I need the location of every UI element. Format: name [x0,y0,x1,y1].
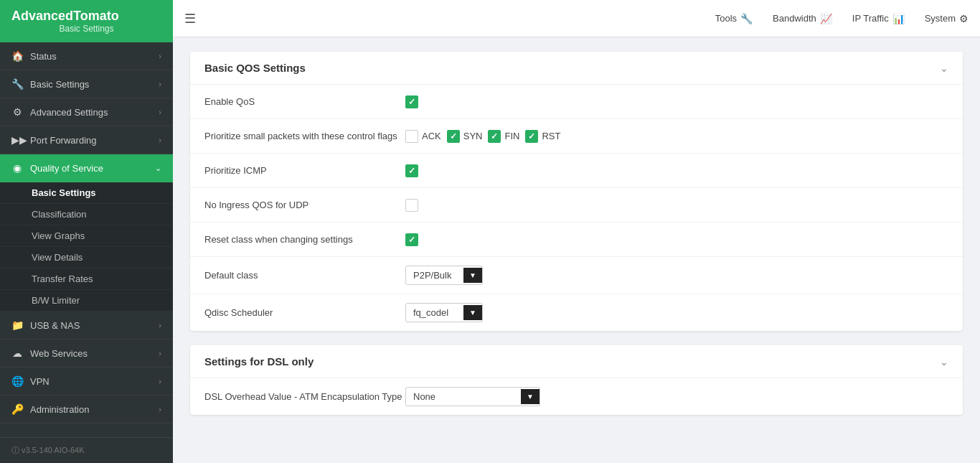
default-class-row: Default class P2P/Bulk ▼ [190,257,963,294]
dsl-overhead-select[interactable]: None ▼ [405,387,540,406]
sidebar-item-port-forwarding[interactable]: ▶▶ Port Forwarding › [0,126,173,154]
sidebar-label-port-forwarding: Port Forwarding [30,135,96,146]
prioritize-icmp-row: Prioritize ICMP [190,154,963,188]
prioritize-icmp-checkbox[interactable] [405,164,418,177]
hamburger-icon[interactable]: ☰ [184,11,196,27]
ip-traffic-link[interactable]: IP Traffic 📊 [852,13,905,24]
dsl-overhead-row: DSL Overhead Value - ATM Encapsulation T… [190,378,963,415]
no-ingress-qos-checkbox[interactable] [405,199,418,212]
enable-qos-row: Enable QoS [190,85,963,119]
dsl-overhead-control: None ▼ [405,387,540,406]
qdisc-scheduler-row: Qdisc Scheduler fq_codel ▼ [190,294,963,331]
no-ingress-qos-control [405,199,418,212]
qos-sub-view-details[interactable]: View Details [0,247,173,268]
chevron-icon: › [159,321,161,329]
chevron-icon: › [159,108,161,116]
fin-checkbox[interactable] [488,130,501,143]
sidebar-label-usb-nas: USB & NAS [30,320,80,331]
basic-qos-card-header[interactable]: Basic QOS Settings ⌄ [190,52,963,85]
fin-wrap: FIN [488,130,519,143]
dsl-settings-card-header[interactable]: Settings for DSL only ⌄ [190,345,963,378]
bandwidth-label: Bandwidth [773,13,816,24]
topbar: ☰ Tools 🔧 Bandwidth 📈 IP Traffic 📊 Syste… [173,0,980,37]
usb-nas-icon: 📁 [11,319,23,331]
sidebar-item-basic-settings[interactable]: 🔧 Basic Settings › [0,70,173,98]
rst-checkbox[interactable] [525,130,538,143]
sidebar-label-qos: Quality of Service [30,163,103,174]
sidebar-item-web-services[interactable]: ☁ Web Services › [0,340,173,368]
system-link[interactable]: System ⚙ [925,13,969,24]
bandwidth-link[interactable]: Bandwidth 📈 [773,13,832,24]
vpn-icon: 🌐 [11,375,23,387]
reset-class-control [405,233,418,246]
system-label: System [925,13,956,24]
sidebar-item-usb-nas[interactable]: 📁 USB & NAS › [0,312,173,340]
qdisc-scheduler-select[interactable]: fq_codel ▼ [405,303,483,322]
no-ingress-qos-label: No Ingress QOS for UDP [204,200,405,210]
ack-label: ACK [422,131,441,141]
default-class-label: Default class [204,270,405,281]
qdisc-scheduler-label: Qdisc Scheduler [204,307,405,318]
tools-link[interactable]: Tools 🔧 [715,13,753,24]
prioritize-small-packets-row: Prioritize small packets with these cont… [190,119,963,154]
qos-sub-basic-settings[interactable]: Basic Settings [0,182,173,204]
dsl-settings-card: Settings for DSL only ⌄ DSL Overhead Val… [190,345,963,415]
app-subtitle: Basic Settings [11,24,161,34]
bandwidth-icon: 📈 [820,13,832,24]
qos-sub-transfer-rates[interactable]: Transfer Rates [0,268,173,290]
sidebar-item-advanced-settings[interactable]: ⚙ Advanced Settings › [0,98,173,126]
dsl-settings-title: Settings for DSL only [204,355,314,368]
default-class-control: P2P/Bulk ▼ [405,266,483,285]
default-class-select[interactable]: P2P/Bulk ▼ [405,266,483,285]
chevron-icon: › [159,52,161,60]
qos-sub-bw-limiter[interactable]: B/W Limiter [0,290,173,312]
sidebar-label-web-services: Web Services [30,348,88,359]
sidebar-item-status[interactable]: 🏠 Status › [0,42,173,70]
reset-class-row: Reset class when changing settings [190,223,963,257]
ack-checkbox[interactable] [405,130,418,143]
rst-label: RST [542,131,560,141]
qos-icon: ◉ [11,162,23,174]
chevron-down-icon: ⌄ [155,164,161,173]
no-ingress-qos-row: No Ingress QOS for UDP [190,188,963,223]
qdisc-scheduler-control: fq_codel ▼ [405,303,483,322]
qos-sub-view-graphs[interactable]: View Graphs [0,225,173,247]
web-services-icon: ☁ [11,347,23,359]
reset-class-label: Reset class when changing settings [204,234,405,245]
basic-qos-title: Basic QOS Settings [204,62,306,74]
advanced-settings-icon: ⚙ [11,106,23,118]
dsl-overhead-value: None [406,388,521,406]
topbar-right: Tools 🔧 Bandwidth 📈 IP Traffic 📊 System … [715,13,969,24]
sidebar-header: AdvancedTomato Basic Settings [0,0,173,42]
app-name: AdvancedTomato [11,9,161,24]
main-area: ☰ Tools 🔧 Bandwidth 📈 IP Traffic 📊 Syste… [173,0,980,463]
sidebar-label-advanced-settings: Advanced Settings [30,107,108,118]
sidebar: AdvancedTomato Basic Settings 🏠 Status ›… [0,0,173,463]
dsl-overhead-dropdown-btn[interactable]: ▼ [521,389,540,404]
fin-label: FIN [504,131,519,141]
sidebar-footer: ⓘ v3.5-140 AIO-64K [0,437,173,463]
prioritize-icmp-label: Prioritize ICMP [204,165,405,176]
qdisc-scheduler-dropdown-btn[interactable]: ▼ [463,305,482,320]
content-area: Basic QOS Settings ⌄ Enable QoS Prioriti… [173,37,980,463]
prioritize-small-packets-control: ACK SYN FIN RST [405,130,560,143]
sidebar-item-quality-of-service[interactable]: ◉ Quality of Service ⌄ [0,154,173,182]
enable-qos-checkbox[interactable] [405,95,418,108]
basic-qos-card: Basic QOS Settings ⌄ Enable QoS Prioriti… [190,52,963,331]
enable-qos-control [405,95,418,108]
syn-checkbox[interactable] [447,130,460,143]
administration-icon: 🔑 [11,403,23,415]
qos-submenu: Basic Settings Classification View Graph… [0,182,173,312]
ip-traffic-label: IP Traffic [852,13,889,24]
qos-sub-classification[interactable]: Classification [0,204,173,225]
reset-class-checkbox[interactable] [405,233,418,246]
card-collapse-icon: ⌄ [940,62,948,74]
default-class-dropdown-btn[interactable]: ▼ [463,268,482,283]
ip-traffic-icon: 📊 [892,13,905,24]
port-forwarding-icon: ▶▶ [11,134,23,146]
sidebar-item-administration[interactable]: 🔑 Administration › [0,396,173,424]
prioritize-icmp-control [405,164,418,177]
chevron-icon: › [159,136,161,144]
sidebar-label-basic-settings: Basic Settings [30,79,89,90]
sidebar-item-vpn[interactable]: 🌐 VPN › [0,368,173,396]
